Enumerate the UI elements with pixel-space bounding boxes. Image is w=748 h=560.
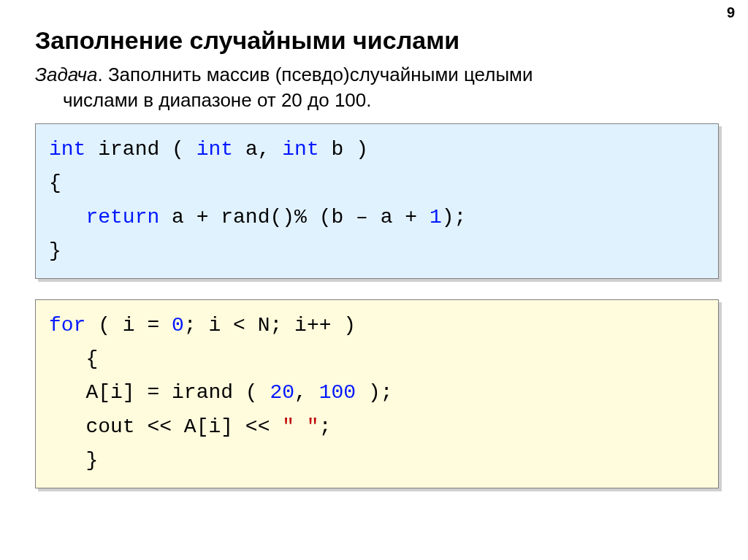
page-number: 9	[727, 4, 735, 21]
code-text: irand (	[85, 138, 196, 161]
code-text: ( i =	[85, 314, 172, 337]
task-line2: числами в диапазоне от 20 до 100.	[35, 88, 719, 113]
code-text: );	[356, 381, 392, 404]
code-block-loop: for ( i = 0; i < N; i++ ) { A[i] = irand…	[35, 299, 719, 488]
code-text: ; i < N; i++ )	[184, 314, 356, 337]
num-literal: 100	[319, 381, 356, 404]
code-text: b )	[319, 138, 368, 161]
code-text: {	[49, 172, 61, 194]
code-text: a + rand()% (b – a +	[159, 206, 430, 229]
code-text	[49, 206, 85, 229]
kw-int: int	[49, 138, 85, 161]
code-text: }	[49, 449, 98, 472]
task-line1: . Заполнить массив (псевдо)случайными це…	[97, 64, 533, 85]
num-literal: 1	[430, 206, 442, 229]
code-text: cout << A[i] <<	[49, 415, 282, 438]
code-text: {	[49, 348, 98, 370]
kw-return: return	[85, 206, 159, 229]
code-text: A[i] = irand (	[49, 381, 270, 404]
task-text: Задача. Заполнить массив (псевдо)случайн…	[35, 62, 719, 113]
code-text: ;	[319, 415, 332, 438]
kw-int: int	[282, 138, 318, 161]
code-text: a,	[233, 138, 282, 161]
code-text: );	[442, 206, 467, 229]
code-text: }	[49, 239, 61, 262]
slide-content: Заполнение случайными числами Задача. За…	[0, 0, 748, 488]
num-literal: 0	[172, 314, 184, 337]
code-text: ,	[294, 381, 319, 404]
kw-for: for	[49, 314, 85, 337]
kw-int: int	[196, 138, 233, 161]
slide-title: Заполнение случайными числами	[35, 26, 719, 55]
str-literal: " "	[282, 415, 318, 438]
num-literal: 20	[270, 381, 294, 404]
task-lead: Задача	[35, 64, 97, 85]
code-block-function: int irand ( int a, int b ) { return a + …	[35, 123, 719, 279]
